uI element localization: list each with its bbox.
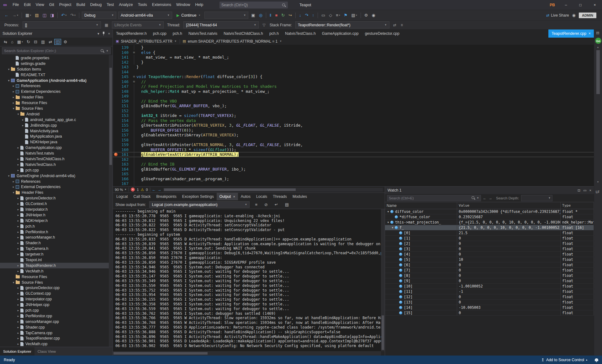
scrollbar-thumb[interactable] [114,352,208,355]
save-all-icon[interactable]: ◨ [49,12,55,18]
breakpoint-margin[interactable] [113,113,119,118]
send-feedback-icon[interactable]: ◉ [572,13,576,18]
code-editor[interactable]: 139 }140⊟ else {141 mat_view_ = mat_view… [113,45,594,186]
editor-tab-teapotrenderer.cpp[interactable]: TeapotRenderer.cpp× [548,29,594,38]
tree-item[interactable]: ▸JNIHelper.cpp [0,302,113,308]
expand-arrow-icon[interactable]: ▸ [16,342,20,346]
panel-tab-exception-settings[interactable]: Exception Settings [179,193,217,200]
stop-debugging-icon[interactable]: ■ [273,12,279,18]
tree-item[interactable]: Resource Files [0,274,113,280]
step-into-icon[interactable]: ↓ [298,12,303,18]
breakpoint-icon[interactable] [114,153,118,156]
options-icon[interactable]: ⚙ [363,12,370,18]
tree-item[interactable]: ▸Shader.cpp [0,324,113,330]
output-source-dropdown[interactable]: Logcat (com.example.gameapplication) ▼ [149,201,250,208]
watch-row[interactable]: [4]0float [385,252,594,257]
member-dropdown[interactable]: ▤ enum SHADER_ATTRIBUTES ATTRIB_NORMAL =… [180,39,285,44]
menu-extensions[interactable]: Extensions [150,0,174,10]
error-badge-icon[interactable]: ✕ [131,187,135,192]
tree-item[interactable]: ▸sensorManager.h [0,235,113,240]
watch-search-box[interactable]: ▼ [387,195,481,201]
tree-item[interactable]: ▸External Dependencies [0,89,113,94]
expand-arrow-icon[interactable]: ▸ [16,214,20,217]
breakpoint-margin[interactable] [113,128,119,133]
breakpoint-margin[interactable] [113,147,119,152]
tree-item[interactable]: ▾GameApplication (Android-arm64-v8a) [0,78,113,83]
expand-arrow-icon[interactable]: ▸ [16,264,20,267]
redo-icon[interactable]: ↷▾ [69,12,77,18]
breakpoint-margin[interactable] [113,65,119,70]
breakpoint-margin[interactable] [113,177,119,182]
menu-project[interactable]: Project [57,0,74,10]
output-vertical-scrollbar[interactable] [381,209,385,351]
document-outline-icon[interactable]: ▤ [596,31,599,35]
close-icon[interactable]: × [589,31,591,36]
tree-item[interactable]: settings.gradle [0,61,113,66]
tree-item[interactable]: ▸NDKHelper.h [0,218,113,224]
editor-tab-natvistestchildclass.h[interactable]: NatvisTestChildClass.h [220,29,266,38]
column-name[interactable]: Name [385,202,457,209]
output-window-icon[interactable]: ≡▾ [334,12,342,18]
column-value[interactable]: Value [457,202,561,209]
tree-item[interactable]: ▸gestureDetector.h [0,195,113,201]
collapse-arrow-icon[interactable]: ▾ [386,210,390,213]
tree-item[interactable]: Teapot.inl [0,257,113,263]
tree-item[interactable]: ▾Header Files [0,190,113,195]
editor-tab-gameapplication.cpp[interactable]: GameApplication.cpp [319,29,362,38]
quick-search-input[interactable] [221,3,282,7]
search-depth-dropdown[interactable]: ▼ [521,195,552,201]
breakpoint-margin[interactable] [113,133,119,138]
clear-all-icon[interactable]: ⊘ [263,202,269,208]
tree-item[interactable]: ▸GLContext.h [0,201,113,207]
expand-arrow-icon[interactable]: ▸ [16,202,20,205]
solution-configurations-icon[interactable]: ▣ [250,12,256,18]
tree-item[interactable]: ▸Interpolator.cpp [0,296,113,302]
tree-item[interactable]: gradle.properties [0,55,113,61]
menu-view[interactable]: View [33,0,47,10]
panel-tab-logcat[interactable]: Logcat [114,193,131,200]
panel-tab-locals[interactable]: Locals [253,193,270,200]
tree-item[interactable]: ▾Android [0,111,113,117]
maximize-panel-icon[interactable]: ▭ [583,188,586,193]
step-out-icon[interactable]: ↑ [310,12,316,18]
panel-tab-breakpoints[interactable]: Breakpoints [153,193,179,200]
breakpoint-margin[interactable] [113,152,119,157]
tree-item[interactable]: ▸PerfMonitor.cpp [0,313,113,319]
breakpoint-margin[interactable] [113,138,119,143]
scroll-down-icon[interactable]: ▼ [597,181,599,183]
expand-arrow-icon[interactable]: ▸ [16,314,20,318]
panel-tab-call-stack[interactable]: Call Stack [131,193,154,200]
dropdown-caret-icon[interactable]: ▼ [477,197,479,199]
immediate-window-icon[interactable]: ▭ [320,12,327,18]
collapse-arrow-icon[interactable]: ▾ [7,79,11,82]
maximize-button[interactable]: □ [573,0,588,10]
expand-arrow-icon[interactable]: ▸ [16,270,20,273]
search-previous-icon[interactable]: ← [483,196,487,200]
quick-search-box[interactable] [219,2,288,8]
watch-row[interactable]: [7]0float [385,268,594,273]
menu-file[interactable]: File [10,0,21,10]
frames-menu-icon[interactable]: ≡ [399,23,404,27]
expand-arrow-icon[interactable]: ▸ [16,163,20,166]
watch-row[interactable]: [13]0float [385,300,594,305]
frames-swap-icon[interactable]: ⇄ [392,23,398,27]
expand-arrow-icon[interactable]: ▸ [16,236,20,239]
lifecycle-events-dropdown[interactable]: Lifecycle Events ▼ [112,21,164,29]
breakpoint-margin[interactable] [113,55,119,60]
panel-menu-caret-icon[interactable]: ▾ [98,32,99,36]
sync-with-active-document-icon[interactable]: ⇄ [47,39,54,45]
tree-item[interactable]: ▸targetver.h [0,251,113,257]
process-step-icon[interactable]: ▦ [103,23,110,27]
home-icon[interactable]: ⌂ [9,39,15,45]
expand-arrow-icon[interactable]: ▸ [16,219,20,222]
breakpoint-margin[interactable] [113,99,119,104]
expand-arrow-icon[interactable]: ▸ [16,157,20,161]
process-dropdown[interactable]: [] ▼ [23,21,101,29]
expand-arrow-icon[interactable]: ▸ [11,101,16,104]
filter-threads-icon[interactable]: ▽ [261,23,267,27]
tree-item[interactable]: ▸Header Files [0,94,113,100]
column-type[interactable]: Type [561,202,594,209]
expand-arrow-icon[interactable]: ▸ [16,331,20,335]
breakpoint-margin[interactable] [113,171,119,177]
collapse-arrow-icon[interactable]: ▾ [11,191,16,194]
